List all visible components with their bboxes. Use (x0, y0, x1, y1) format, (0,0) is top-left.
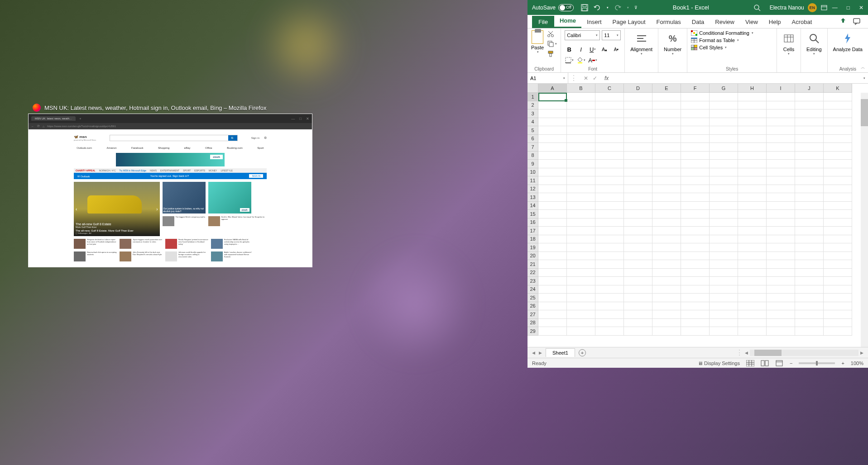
tab-insert[interactable]: Insert (581, 16, 607, 28)
settings-icon[interactable]: ⚙ (264, 136, 267, 140)
user-avatar[interactable]: EN (808, 3, 817, 12)
tab-page-layout[interactable]: Page Layout (607, 16, 651, 28)
cell[interactable] (710, 135, 738, 143)
ribbon-display-icon[interactable] (820, 4, 828, 11)
cell[interactable] (824, 218, 852, 227)
cell[interactable] (738, 135, 767, 143)
cell[interactable] (624, 126, 652, 135)
cell[interactable] (710, 319, 738, 327)
cell[interactable] (738, 285, 767, 294)
cell[interactable] (738, 210, 767, 218)
add-sheet-button[interactable]: + (579, 349, 586, 356)
page-layout-view-icon[interactable] (761, 360, 769, 366)
cell[interactable] (538, 294, 567, 302)
cell[interactable] (738, 252, 767, 261)
cell[interactable] (795, 109, 824, 118)
cell[interactable] (681, 152, 710, 160)
row-header[interactable]: 11 (528, 176, 538, 185)
cell[interactable] (567, 218, 595, 227)
row-header[interactable]: 10 (528, 168, 538, 177)
cell[interactable] (795, 243, 824, 252)
cell[interactable] (710, 93, 738, 101)
row-header[interactable]: 20 (528, 252, 538, 261)
chevron-down-icon[interactable]: ▾ (537, 50, 539, 54)
column-header[interactable]: F (681, 84, 710, 93)
cell[interactable] (681, 185, 710, 194)
cell[interactable] (567, 227, 595, 235)
cell[interactable] (710, 310, 738, 319)
cell[interactable] (824, 101, 852, 110)
cancel-formula-icon[interactable]: ✕ (584, 75, 588, 81)
cell[interactable] (795, 218, 824, 227)
cell[interactable] (710, 185, 738, 194)
cell[interactable] (824, 302, 852, 311)
cell[interactable] (595, 118, 624, 127)
cell[interactable] (767, 135, 795, 143)
cell[interactable] (767, 252, 795, 261)
row-header[interactable]: 22 (528, 269, 538, 277)
cell[interactable] (652, 193, 681, 202)
cell[interactable] (767, 152, 795, 160)
cell[interactable] (681, 252, 710, 261)
cell[interactable] (795, 210, 824, 218)
cell[interactable] (652, 185, 681, 194)
cell[interactable] (710, 260, 738, 269)
cell[interactable] (681, 168, 710, 177)
row-header[interactable]: 2 (528, 101, 538, 110)
cell[interactable] (681, 277, 710, 285)
cell[interactable] (738, 227, 767, 235)
row-header[interactable]: 29 (528, 327, 538, 336)
cell[interactable] (824, 93, 852, 101)
cell[interactable] (624, 143, 652, 152)
cell[interactable] (624, 269, 652, 277)
cell[interactable] (824, 109, 852, 118)
cell[interactable] (567, 285, 595, 294)
cell[interactable] (567, 269, 595, 277)
cell[interactable] (824, 210, 852, 218)
cell[interactable] (624, 152, 652, 160)
close-icon[interactable]: ✕ (859, 5, 863, 11)
cell[interactable] (538, 252, 567, 261)
window-min-icon[interactable]: — (291, 117, 295, 121)
cell[interactable] (652, 118, 681, 127)
firefox-thumbnail[interactable]: MSN UK: latest news, weath… + — □ ✕ ← ⟳ … (28, 114, 312, 267)
cell[interactable] (795, 160, 824, 168)
outlook-banner[interactable]: ✉ Outlook You're signed out. Sign back i… (74, 173, 267, 179)
italic-button[interactable]: I (576, 45, 585, 54)
maximize-icon[interactable]: □ (847, 5, 850, 11)
cell[interactable] (624, 93, 652, 101)
row-header[interactable]: 5 (528, 126, 538, 135)
cell[interactable] (767, 269, 795, 277)
msn-logo-block[interactable]: 🦋 msn powered by Microsoft News (74, 135, 96, 141)
cell[interactable] (595, 269, 624, 277)
link-ebay[interactable]: eBay (184, 147, 191, 149)
cell[interactable] (767, 118, 795, 127)
tab-review[interactable]: Review (710, 16, 740, 28)
column-header[interactable]: C (595, 84, 624, 93)
cell[interactable] (652, 176, 681, 185)
cell[interactable] (824, 235, 852, 244)
autosave-toggle[interactable]: AutoSave Off (532, 4, 574, 11)
cell[interactable] (567, 109, 595, 118)
column-header[interactable]: K (824, 84, 852, 93)
cell[interactable] (767, 126, 795, 135)
cell[interactable] (795, 101, 824, 110)
cell[interactable] (824, 252, 852, 261)
cell[interactable] (738, 260, 767, 269)
cell[interactable] (824, 277, 852, 285)
cell[interactable] (652, 302, 681, 311)
cell[interactable] (624, 252, 652, 261)
cell[interactable] (538, 277, 567, 285)
article-item[interactable]: Homeschool club opens to accepting stude… (74, 251, 117, 261)
cell[interactable] (738, 93, 767, 101)
cell[interactable] (710, 269, 738, 277)
cell[interactable] (795, 285, 824, 294)
cell[interactable] (652, 93, 681, 101)
cell[interactable] (710, 109, 738, 118)
charity-label[interactable]: CHARITY APPEAL (76, 169, 96, 172)
cell[interactable] (624, 319, 652, 327)
cell[interactable] (567, 235, 595, 244)
link-office[interactable]: Office (205, 147, 212, 149)
cell[interactable] (795, 118, 824, 127)
cell[interactable] (767, 93, 795, 101)
